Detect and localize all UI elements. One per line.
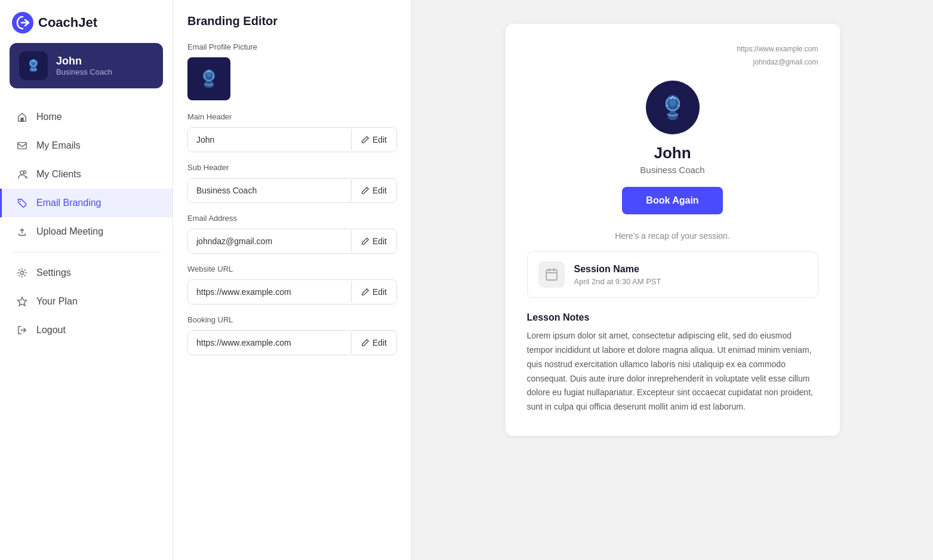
star-icon — [16, 296, 28, 307]
branding-editor-panel: Branding Editor Email Profile Picture Ma… — [173, 0, 412, 560]
book-again-button[interactable]: Book Again — [622, 187, 722, 214]
edit-icon — [361, 237, 369, 245]
website-url-input[interactable] — [188, 280, 351, 304]
main-header-label: Main Header — [187, 112, 397, 121]
profile-role: Business Coach — [56, 67, 112, 76]
clients-icon — [16, 168, 28, 180]
sidebar-item-email-branding[interactable]: Email Branding — [0, 189, 173, 217]
panel-title: Branding Editor — [187, 14, 397, 28]
preview-avatar-icon — [654, 89, 691, 126]
profile-picture-section: Email Profile Picture — [187, 42, 397, 100]
preview-avatar — [646, 81, 700, 134]
email-address-label: Email Address — [187, 214, 397, 223]
logo-area: CoachJet — [0, 0, 173, 43]
edit-icon — [361, 288, 369, 296]
preview-name: John — [527, 144, 818, 162]
svg-point-9 — [20, 271, 23, 274]
main-header-input[interactable] — [188, 128, 351, 152]
session-info: Session Name April 2nd at 9:30 AM PST — [574, 264, 661, 286]
sidebar-item-home[interactable]: Home — [0, 103, 173, 131]
booking-url-row: Edit — [187, 330, 397, 355]
booking-url-edit-button[interactable]: Edit — [351, 332, 396, 353]
website-url-edit-button[interactable]: Edit — [351, 281, 396, 303]
profile-name: John — [56, 55, 112, 67]
tag-icon — [16, 197, 28, 209]
sidebar-item-your-plan[interactable]: Your Plan — [0, 287, 173, 316]
sub-header-edit-button[interactable]: Edit — [351, 180, 396, 201]
logout-icon — [16, 324, 28, 336]
nav-divider — [12, 252, 161, 253]
sidebar-item-label-logout: Logout — [36, 325, 66, 336]
coachjet-logo-icon — [12, 12, 33, 33]
svg-rect-4 — [20, 118, 23, 121]
svg-rect-17 — [546, 270, 557, 280]
email-icon — [16, 140, 28, 152]
sidebar: CoachJet John Business Coach Home — [0, 0, 173, 560]
sidebar-item-label-your-plan: Your Plan — [36, 296, 78, 307]
user-profile-card: John Business Coach — [10, 43, 163, 88]
sidebar-item-label-my-emails: My Emails — [36, 140, 81, 151]
session-calendar-icon — [538, 261, 565, 288]
preview-email: johndaz@gmail.com — [527, 56, 818, 69]
main-header-edit-button[interactable]: Edit — [351, 129, 396, 150]
booking-url-input[interactable] — [188, 331, 351, 355]
sidebar-item-my-clients[interactable]: My Clients — [0, 160, 173, 189]
main-nav: Home My Emails My Clients Email Branding — [0, 98, 173, 560]
preview-meta: https://www.example.com johndaz@gmail.co… — [527, 43, 818, 69]
svg-point-16 — [669, 99, 676, 106]
settings-icon — [16, 267, 28, 279]
svg-point-8 — [20, 201, 21, 202]
svg-rect-5 — [18, 143, 26, 149]
sidebar-item-logout[interactable]: Logout — [0, 316, 173, 344]
email-preview-card: https://www.example.com johndaz@gmail.co… — [506, 24, 840, 436]
website-url-row: Edit — [187, 279, 397, 304]
website-url-label: Website URL — [187, 264, 397, 273]
sub-header-row: Edit — [187, 178, 397, 203]
main-header-section: Main Header Edit — [187, 112, 397, 152]
avatar — [19, 51, 48, 80]
booking-url-section: Booking URL Edit — [187, 315, 397, 355]
profile-picture-icon — [195, 64, 223, 93]
svg-point-13 — [207, 72, 211, 77]
profile-picture-label: Email Profile Picture — [187, 42, 397, 51]
preview-role: Business Coach — [527, 165, 818, 175]
sidebar-item-settings[interactable]: Settings — [0, 259, 173, 287]
sub-header-section: Sub Header Edit — [187, 163, 397, 203]
email-address-section: Email Address Edit — [187, 214, 397, 254]
email-address-input[interactable] — [188, 229, 351, 253]
preview-website: https://www.example.com — [527, 43, 818, 56]
preview-avatar-wrap — [527, 81, 818, 134]
upload-icon — [16, 226, 28, 238]
sidebar-item-upload-meeting[interactable]: Upload Meeting — [0, 217, 173, 246]
website-url-section: Website URL Edit — [187, 264, 397, 304]
avatar-icon — [23, 56, 44, 76]
app-name: CoachJet — [38, 15, 97, 30]
home-icon — [16, 111, 28, 123]
sub-header-label: Sub Header — [187, 163, 397, 172]
sidebar-item-label-email-branding: Email Branding — [36, 198, 101, 208]
session-name: Session Name — [574, 264, 661, 275]
booking-url-label: Booking URL — [187, 315, 397, 324]
sidebar-item-my-emails[interactable]: My Emails — [0, 131, 173, 160]
edit-icon — [361, 186, 369, 195]
session-card: Session Name April 2nd at 9:30 AM PST — [527, 251, 818, 298]
edit-icon — [361, 136, 369, 144]
sub-header-input[interactable] — [188, 179, 351, 202]
svg-marker-10 — [17, 297, 26, 306]
recap-text: Here's a recap of your session. — [527, 231, 818, 241]
profile-picture-box[interactable] — [187, 57, 230, 100]
session-date: April 2nd at 9:30 AM PST — [574, 277, 661, 286]
main-header-row: Edit — [187, 127, 397, 152]
sidebar-item-label-settings: Settings — [36, 267, 71, 278]
lesson-notes-body: Lorem ipsum dolor sit amet, consectetur … — [527, 329, 818, 414]
sidebar-item-label-home: Home — [36, 112, 62, 122]
edit-icon — [361, 339, 369, 347]
profile-info: John Business Coach — [56, 55, 112, 76]
email-address-edit-button[interactable]: Edit — [351, 230, 396, 252]
email-preview-panel: https://www.example.com johndaz@gmail.co… — [412, 0, 933, 560]
lesson-notes-title: Lesson Notes — [527, 312, 818, 323]
sidebar-item-label-my-clients: My Clients — [36, 169, 81, 180]
sidebar-item-label-upload-meeting: Upload Meeting — [36, 226, 103, 237]
email-address-row: Edit — [187, 229, 397, 254]
